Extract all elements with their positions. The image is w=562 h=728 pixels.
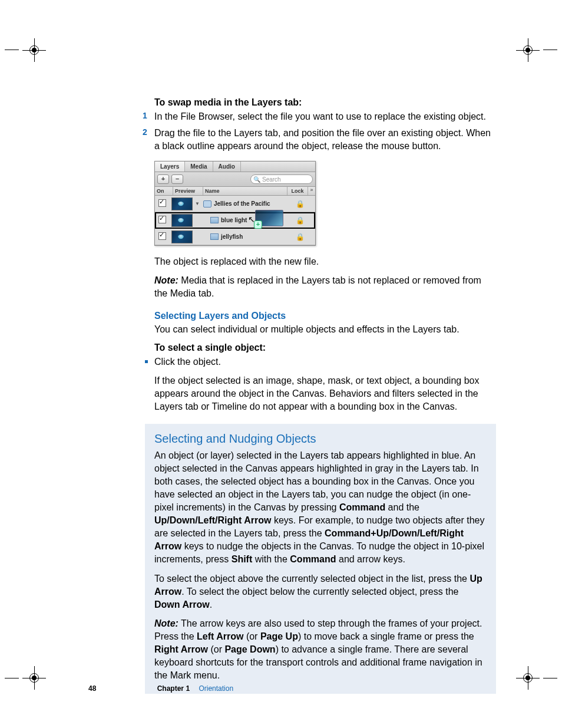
step-item: 1In the File Browser, select the file yo… [154, 110, 496, 123]
swap-media-heading: To swap media in the Layers tab: [154, 97, 496, 108]
bullet-item: Click the object. [154, 355, 496, 368]
image-icon [210, 217, 219, 223]
search-placeholder: Search [262, 176, 281, 183]
col-on: On [155, 187, 173, 195]
callout-title: Selecting and Nudging Objects [154, 432, 487, 446]
body-text: The object is replaced with the new file… [154, 255, 496, 268]
subsection-heading: Selecting Layers and Objects [154, 311, 496, 321]
crop-tick-icon [5, 678, 19, 678]
col-more: » [308, 187, 315, 195]
step-text: In the File Browser, select the file you… [154, 111, 486, 121]
remove-button[interactable]: – [171, 174, 183, 184]
tab-layers[interactable]: Layers [155, 162, 185, 172]
callout-paragraph: An object (or layer) selected in the Lay… [154, 449, 487, 566]
lock-icon[interactable]: 🔒 [292, 216, 308, 225]
visibility-checkbox[interactable] [158, 232, 166, 240]
tab-audio[interactable]: Audio [213, 162, 241, 172]
add-button[interactable]: + [157, 174, 169, 184]
col-lock: Lock [287, 187, 308, 195]
callout-note: Note: The arrow keys are also used to st… [154, 617, 487, 682]
layer-name: Jellies of the Pacific [214, 200, 270, 207]
registration-mark-icon [22, 666, 46, 690]
search-input[interactable]: 🔍 Search [250, 174, 313, 184]
layer-thumbnail [171, 230, 193, 243]
col-preview: Preview [173, 187, 203, 195]
page-footer: 48 Chapter 1 Orientation [88, 684, 233, 693]
callout-box: Selecting and Nudging Objects An object … [145, 424, 496, 694]
chapter-label: Chapter 1 [157, 684, 190, 693]
registration-mark-icon [516, 666, 540, 690]
procedure-heading: To select a single object: [154, 342, 496, 353]
visibility-checkbox[interactable] [158, 199, 166, 207]
crop-tick-icon [5, 50, 19, 50]
panel-header-row: On Preview Name Lock » [155, 187, 315, 196]
visibility-checkbox[interactable] [158, 216, 166, 223]
layers-panel: Layers Media Audio + – 🔍 Search On Previ… [154, 161, 316, 246]
body-text: You can select individual or multiple ob… [154, 323, 496, 336]
lock-icon[interactable]: 🔒 [292, 233, 308, 241]
note-label: Note: [154, 275, 178, 285]
image-icon [210, 233, 219, 240]
note-text: Note: Media that is replaced in the Laye… [154, 274, 496, 300]
body-text: If the object selected is an image, shap… [154, 374, 496, 413]
layer-thumbnail [171, 197, 193, 210]
group-icon [203, 200, 211, 207]
col-name: Name [203, 187, 287, 195]
step-item: 2Drag the file to the Layers tab, and po… [154, 127, 496, 153]
layer-row-group[interactable]: ▼Jellies of the Pacific 🔒 [155, 196, 315, 212]
callout-paragraph: To select the object above the currently… [154, 572, 487, 611]
search-icon: 🔍 [253, 176, 260, 183]
registration-mark-icon [516, 38, 540, 62]
crop-tick-icon [543, 50, 557, 50]
tab-media[interactable]: Media [185, 162, 213, 172]
chapter-name: Orientation [199, 684, 233, 693]
lock-icon[interactable]: 🔒 [292, 200, 308, 208]
layer-row-item[interactable]: blue light 🔒 [155, 212, 315, 229]
disclosure-icon[interactable]: ▼ [195, 201, 200, 206]
layer-row-item[interactable]: jellyfish 🔒 [155, 229, 315, 245]
layer-name: jellyfish [221, 233, 243, 240]
crop-tick-icon [543, 678, 557, 678]
layer-name: blue light [221, 217, 247, 223]
page-number: 48 [88, 684, 96, 693]
layer-thumbnail [171, 214, 193, 227]
step-text: Drag the file to the Layers tab, and pos… [154, 128, 491, 151]
registration-mark-icon [22, 38, 46, 62]
